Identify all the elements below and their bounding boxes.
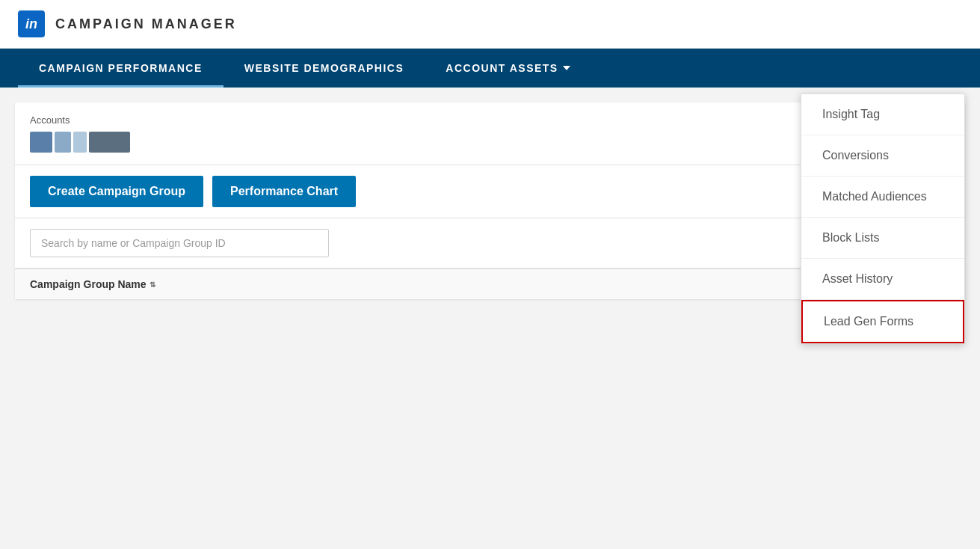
linkedin-logo: in — [18, 10, 45, 37]
search-input[interactable] — [30, 229, 329, 257]
sort-icon-campaign-group: ⇅ — [150, 280, 155, 289]
dropdown-item-matched-audiences[interactable]: Matched Audiences — [801, 177, 964, 218]
col-campaign-group-name[interactable]: Campaign Group Name ⇅ — [30, 278, 155, 290]
account-block-2 — [55, 132, 71, 153]
account-block-3 — [73, 132, 87, 153]
dropdown-item-asset-history[interactable]: Asset History — [801, 259, 964, 300]
account-assets-dropdown: Insight Tag Conversions Matched Audience… — [801, 93, 965, 344]
dropdown-item-insight-tag[interactable]: Insight Tag — [801, 94, 964, 135]
account-block-4 — [89, 132, 130, 153]
performance-chart-button[interactable]: Performance Chart — [212, 176, 356, 207]
dropdown-item-block-lists[interactable]: Block Lists — [801, 218, 964, 259]
nav-campaign-performance[interactable]: Campaign Performance — [18, 49, 224, 88]
header: in Campaign Manager — [0, 0, 980, 49]
dropdown-item-lead-gen-forms[interactable]: Lead Gen Forms — [801, 300, 964, 343]
create-campaign-group-button[interactable]: Create Campaign Group — [30, 176, 203, 207]
nav-account-assets[interactable]: Account Assets — [425, 49, 591, 88]
app-title: Campaign Manager — [55, 16, 237, 32]
chevron-down-icon — [563, 66, 570, 70]
nav-website-demographics[interactable]: Website Demographics — [224, 49, 425, 88]
dropdown-item-conversions[interactable]: Conversions — [801, 135, 964, 177]
account-block-1 — [30, 132, 52, 153]
nav-bar: Campaign Performance Website Demographic… — [0, 49, 980, 88]
